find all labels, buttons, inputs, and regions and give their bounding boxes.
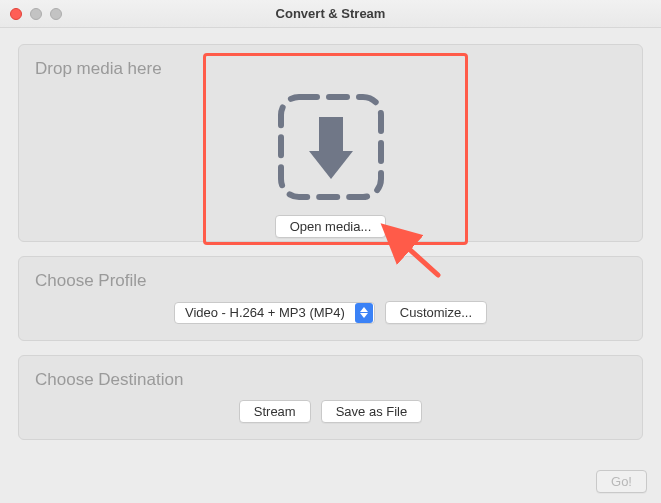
svg-marker-3 xyxy=(360,307,368,312)
drop-media-panel: Drop media here Open media... xyxy=(18,44,643,242)
customize-profile-button[interactable]: Customize... xyxy=(385,301,487,324)
profile-select[interactable]: Video - H.264 + MP3 (MP4) xyxy=(174,302,375,324)
window-controls xyxy=(0,8,62,20)
profile-selected-value: Video - H.264 + MP3 (MP4) xyxy=(185,305,345,320)
choose-profile-title: Choose Profile xyxy=(19,257,642,301)
titlebar: Convert & Stream xyxy=(0,0,661,28)
drop-zone[interactable]: Open media... xyxy=(19,89,642,241)
svg-marker-2 xyxy=(309,151,353,179)
choose-profile-panel: Choose Profile Video - H.264 + MP3 (MP4)… xyxy=(18,256,643,341)
save-as-file-button[interactable]: Save as File xyxy=(321,400,423,423)
stream-button[interactable]: Stream xyxy=(239,400,311,423)
dropdown-arrows-icon xyxy=(355,303,373,323)
open-media-button[interactable]: Open media... xyxy=(275,215,387,238)
close-window-button[interactable] xyxy=(10,8,22,20)
window-title: Convert & Stream xyxy=(0,6,661,21)
choose-destination-panel: Choose Destination Stream Save as File xyxy=(18,355,643,440)
go-button[interactable]: Go! xyxy=(596,470,647,493)
choose-destination-title: Choose Destination xyxy=(19,356,642,400)
drop-media-title: Drop media here xyxy=(19,45,642,89)
svg-marker-4 xyxy=(360,313,368,318)
minimize-window-button[interactable] xyxy=(30,8,42,20)
drop-target-icon xyxy=(275,91,387,203)
svg-rect-1 xyxy=(319,117,343,153)
zoom-window-button[interactable] xyxy=(50,8,62,20)
